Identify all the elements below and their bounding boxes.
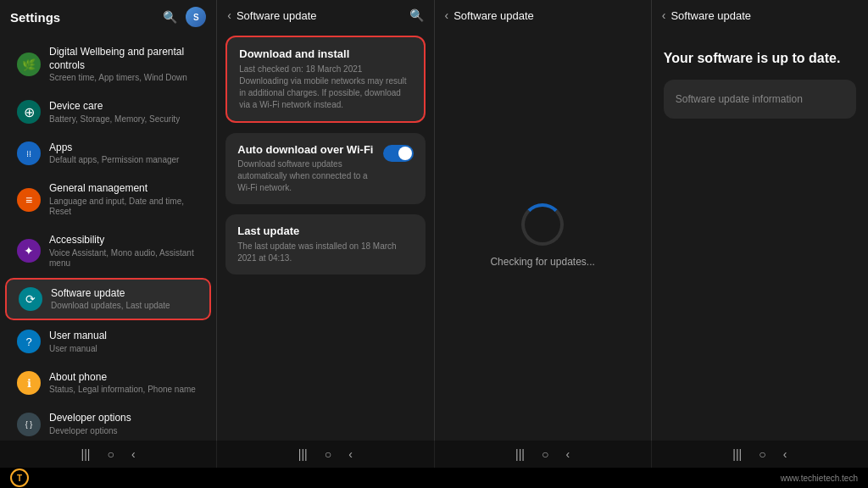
nav-menu-2[interactable]: ||| bbox=[298, 447, 308, 461]
menu-item-general-management[interactable]: ≡ General management Language and input,… bbox=[5, 175, 211, 225]
about-phone-label: About phone bbox=[49, 371, 199, 385]
back-arrow-icon-4[interactable]: ‹ bbox=[662, 8, 666, 22]
update-list-header: ‹ Software update 🔍 bbox=[217, 0, 433, 30]
uptodate-title: Your software is up to date. bbox=[664, 51, 856, 66]
loading-spinner bbox=[521, 203, 564, 246]
back-arrow-icon-3[interactable]: ‹ bbox=[445, 8, 449, 22]
nav-section-4: ||| ○ ‹ bbox=[652, 441, 868, 468]
apps-label: Apps bbox=[49, 141, 199, 155]
menu-list: 🌿 Digital Wellbeing and parental control… bbox=[0, 34, 216, 441]
checking-text: Checking for updates... bbox=[490, 256, 594, 268]
developer-options-sublabel: Developer options bbox=[49, 426, 199, 436]
checking-updates-screen: ‹ Software update Checking for updates..… bbox=[435, 0, 652, 441]
uptodate-header: ‹ Software update bbox=[652, 0, 868, 30]
menu-item-accessibility[interactable]: ✦ Accessibility Voice Assistant, Mono au… bbox=[5, 226, 211, 276]
last-update-title: Last update bbox=[237, 225, 413, 237]
apps-sublabel: Default apps, Permission manager bbox=[49, 155, 199, 165]
menu-item-apps[interactable]: ⁞⁞ Apps Default apps, Permission manager bbox=[5, 134, 211, 174]
software-update-icon: ⟳ bbox=[19, 287, 42, 311]
nav-home-1[interactable]: ○ bbox=[108, 447, 114, 461]
software-update-sublabel: Download updates, Last update bbox=[51, 301, 198, 311]
nav-section-1: ||| ○ ‹ bbox=[0, 441, 217, 468]
digital-wellbeing-icon: 🌿 bbox=[17, 53, 41, 76]
menu-item-about-phone[interactable]: ℹ About phone Status, Legal information,… bbox=[5, 363, 211, 403]
search-icon-2[interactable]: 🔍 bbox=[409, 8, 424, 22]
general-management-label: General management bbox=[49, 182, 199, 196]
nav-back-4[interactable]: ‹ bbox=[783, 447, 787, 461]
avatar: S bbox=[186, 7, 206, 27]
nav-section-2: ||| ○ ‹ bbox=[217, 441, 434, 468]
checking-header: ‹ Software update bbox=[435, 0, 651, 30]
nav-menu-4[interactable]: ||| bbox=[732, 447, 742, 461]
accessibility-icon: ✦ bbox=[17, 239, 41, 263]
accessibility-sublabel: Voice Assistant, Mono audio, Assistant m… bbox=[49, 248, 199, 269]
auto-download-title: Auto download over Wi-Fi bbox=[237, 143, 376, 156]
device-care-icon: ⊕ bbox=[17, 100, 41, 124]
nav-back-3[interactable]: ‹ bbox=[565, 447, 570, 461]
about-phone-icon: ℹ bbox=[17, 371, 41, 395]
digital-wellbeing-sublabel: Screen time, App timers, Wind Down bbox=[49, 73, 199, 83]
about-phone-sublabel: Status, Legal information, Phone name bbox=[49, 385, 199, 395]
device-care-label: Device care bbox=[49, 100, 199, 114]
nav-home-2[interactable]: ○ bbox=[325, 447, 331, 461]
last-update-desc: The last update was installed on 18 Marc… bbox=[237, 241, 413, 264]
nav-back-1[interactable]: ‹ bbox=[131, 447, 136, 461]
uptodate-header-title: Software update bbox=[670, 9, 751, 22]
user-manual-sublabel: User manual bbox=[49, 344, 199, 354]
back-arrow-icon[interactable]: ‹ bbox=[227, 8, 231, 22]
nav-menu-3[interactable]: ||| bbox=[515, 447, 525, 461]
settings-title: Settings bbox=[10, 10, 60, 25]
update-list-content: Download and install Last checked on: 18… bbox=[217, 30, 433, 441]
search-icon[interactable]: 🔍 bbox=[163, 10, 177, 24]
general-management-sublabel: Language and input, Date and time, Reset bbox=[49, 197, 199, 217]
menu-item-digital-wellbeing[interactable]: 🌿 Digital Wellbeing and parental control… bbox=[5, 38, 211, 91]
menu-item-device-care[interactable]: ⊕ Device care Battery, Storage, Memory, … bbox=[5, 92, 211, 132]
uptodate-content: Your software is up to date. Software up… bbox=[652, 30, 868, 441]
user-manual-icon: ? bbox=[17, 330, 41, 353]
developer-options-icon: { } bbox=[17, 413, 41, 436]
up-to-date-screen: ‹ Software update Your software is up to… bbox=[652, 0, 868, 441]
auto-download-toggle[interactable] bbox=[383, 145, 414, 162]
checking-title: Software update bbox=[453, 9, 534, 22]
auto-download-item[interactable]: Auto download over Wi-Fi Download softwa… bbox=[225, 133, 425, 204]
download-install-title: Download and install bbox=[239, 47, 411, 60]
nav-home-4[interactable]: ○ bbox=[759, 447, 765, 461]
apps-icon: ⁞⁞ bbox=[17, 141, 41, 165]
menu-item-software-update[interactable]: ⟳ Software update Download updates, Last… bbox=[5, 278, 211, 321]
watermark-url: www.techietech.tech bbox=[781, 474, 858, 483]
digital-wellbeing-label: Digital Wellbeing and parental controls bbox=[49, 46, 199, 72]
user-manual-label: User manual bbox=[49, 330, 199, 343]
nav-home-3[interactable]: ○ bbox=[542, 447, 548, 461]
software-update-list-screen: ‹ Software update 🔍 Download and install… bbox=[217, 0, 434, 441]
menu-item-developer-options[interactable]: { } Developer options Developer options bbox=[5, 404, 211, 441]
nav-back-2[interactable]: ‹ bbox=[348, 447, 353, 461]
last-update-item[interactable]: Last update The last update was installe… bbox=[225, 214, 425, 274]
software-update-label: Software update bbox=[51, 287, 198, 301]
watermark-logo: T bbox=[10, 469, 29, 487]
general-management-icon: ≡ bbox=[17, 188, 41, 212]
developer-options-label: Developer options bbox=[49, 412, 199, 425]
bottom-bar: T www.techietech.tech bbox=[0, 468, 868, 488]
accessibility-label: Accessibility bbox=[49, 234, 199, 247]
download-install-desc: Last checked on: 18 March 2021Downloadin… bbox=[239, 64, 411, 111]
checking-content: Checking for updates... bbox=[435, 30, 651, 441]
update-list-title: Software update bbox=[236, 9, 317, 22]
settings-screen: Settings 🔍 S 🌿 Digital Wellbeing and par… bbox=[0, 0, 217, 441]
navigation-bars: ||| ○ ‹ ||| ○ ‹ ||| ○ ‹ ||| ○ ‹ bbox=[0, 441, 868, 468]
update-info-label: Software update information bbox=[676, 93, 803, 105]
settings-header: Settings 🔍 S bbox=[0, 0, 216, 34]
auto-download-desc: Download software updates automatically … bbox=[237, 158, 376, 194]
watermark-left: T bbox=[10, 469, 29, 487]
nav-menu-1[interactable]: ||| bbox=[81, 447, 91, 461]
nav-section-3: ||| ○ ‹ bbox=[435, 441, 652, 468]
download-install-item[interactable]: Download and install Last checked on: 18… bbox=[225, 36, 425, 123]
device-care-sublabel: Battery, Storage, Memory, Security bbox=[49, 114, 199, 125]
update-info-box: Software update information bbox=[664, 80, 856, 119]
menu-item-user-manual[interactable]: ? User manual User manual bbox=[5, 322, 211, 362]
